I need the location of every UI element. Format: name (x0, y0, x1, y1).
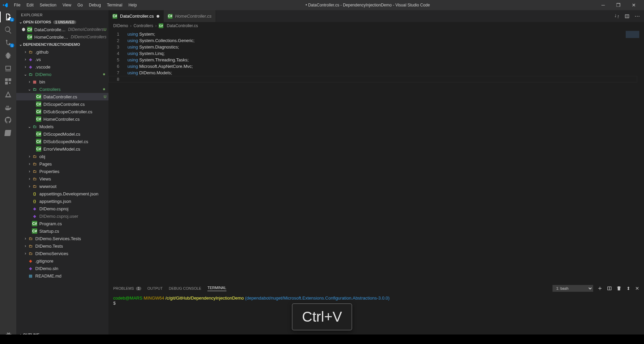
tree-file[interactable]: ▤README.md (16, 272, 108, 280)
activity-powershell[interactable] (0, 129, 16, 137)
tree-folder[interactable]: ›🗀Properties (16, 168, 108, 175)
editor-tab[interactable]: C# DataController.cs (108, 10, 164, 22)
extensions-icon (4, 77, 12, 85)
open-editor-item[interactable]: C# HomeController.cs DIDemo\Controllers (16, 33, 108, 41)
workspace-header[interactable]: ⌄ DEPENDENCYINJECTIONDEMO (16, 41, 108, 47)
panel-tab-problems[interactable]: PROBLEMS 1 (113, 286, 141, 290)
menu-selection[interactable]: Selection (37, 1, 59, 9)
panel-tab-terminal[interactable]: TERMINAL (207, 286, 226, 291)
kill-terminal-icon[interactable] (616, 286, 622, 291)
more-actions-icon[interactable]: ⋯ (635, 13, 640, 19)
csharp-icon: C# (159, 23, 163, 28)
breadcrumbs[interactable]: DIDemo › Controllers › C# DataController… (108, 22, 644, 30)
breadcrumb-item[interactable]: DIDemo (113, 23, 128, 28)
activity-docker[interactable] (0, 103, 16, 111)
tree-label: DISubScopedModel.cs (43, 139, 88, 144)
code-line[interactable]: using System.Linq; (127, 50, 195, 57)
tree-file[interactable]: C#DataController.csU (16, 93, 108, 100)
split-terminal-icon[interactable] (607, 286, 612, 291)
vs-folder-icon: ◆ (28, 64, 33, 70)
tree-file[interactable]: C#Startup.cs (16, 227, 108, 235)
code-line[interactable]: using System.Threading.Tasks; (127, 57, 195, 63)
tree-folder[interactable]: ›🗀DIDemoServices (16, 250, 108, 257)
code-content[interactable]: using System;using System.Collections.Ge… (127, 31, 195, 76)
docker-icon (4, 103, 12, 111)
code-line[interactable]: using Microsoft.AspNetCore.Mvc; (127, 63, 195, 70)
menu-go[interactable]: Go (74, 1, 86, 9)
editor-tab[interactable]: C# HomeController.cs (164, 10, 216, 22)
minimize-button[interactable]: ─ (596, 0, 611, 10)
tree-file[interactable]: C#Program.cs (16, 220, 108, 227)
activity-search[interactable] (0, 26, 16, 34)
tree-folder[interactable]: ›🗀Views (16, 175, 108, 183)
explorer-badge: 1 (10, 18, 14, 22)
csharp-icon: C# (36, 116, 41, 122)
menu-view[interactable]: View (59, 1, 74, 9)
tree-label: DIDemo (35, 72, 52, 77)
activity-azure[interactable] (0, 90, 16, 98)
code-line[interactable]: using System.Diagnostics; (127, 44, 195, 50)
tree-label: .vs (35, 57, 41, 62)
breadcrumb-item[interactable]: Controllers (134, 23, 153, 28)
csharp-icon: C# (113, 14, 117, 19)
breadcrumb-item[interactable]: DataController.cs (167, 23, 198, 28)
close-button[interactable]: ✕ (626, 0, 641, 10)
activity-github[interactable] (0, 116, 16, 124)
terminal-shell-select[interactable]: 1: bash (552, 285, 593, 292)
tree-file[interactable]: ◆DIDemo.csproj.user (16, 212, 108, 220)
csharp-icon: C# (168, 14, 173, 19)
maximize-panel-icon[interactable] (626, 286, 631, 291)
tree-folder[interactable]: ›🗀Pages (16, 160, 108, 168)
tree-file[interactable]: C#DIScopedModel.cs (16, 130, 108, 138)
menu-debug[interactable]: Debug (86, 1, 104, 9)
new-terminal-icon[interactable] (597, 286, 603, 291)
tree-file[interactable]: C#ErrorViewModel.cs (16, 145, 108, 153)
vs-folder-icon: ◆ (28, 57, 33, 62)
compare-changes-icon[interactable] (614, 14, 620, 19)
open-editors-header[interactable]: ⌄ OPEN EDITORS 1 UNSAVED (16, 19, 108, 25)
tree-folder[interactable]: ›▦bin (16, 78, 108, 85)
tree-file[interactable]: ◆DIDemo.csproj (16, 205, 108, 212)
tree-file[interactable]: C#HomeController.cs (16, 115, 108, 123)
activity-debug[interactable] (0, 52, 16, 60)
tree-folder[interactable]: ›🗀obj (16, 153, 108, 160)
tree-file[interactable]: C#DiSubScopeController.cs (16, 108, 108, 115)
activity-remote[interactable] (0, 64, 16, 73)
tree-folder[interactable]: ›◆.vs (16, 56, 108, 63)
activity-explorer[interactable]: 1 (0, 13, 16, 21)
line-number: 3 (108, 44, 119, 50)
code-editor[interactable]: 12345678 using System;using System.Colle… (108, 30, 644, 283)
menu-file[interactable]: File (11, 1, 23, 9)
tree-label: .gitignore (35, 259, 53, 264)
tree-folder[interactable]: ⌄🗀DIDemo (16, 71, 108, 78)
code-line[interactable]: using DIDemo.Models; (127, 70, 195, 76)
tree-file[interactable]: {}appsettings.json (16, 197, 108, 205)
menu-edit[interactable]: Edit (23, 1, 37, 9)
code-line[interactable]: using System; (127, 31, 195, 37)
split-editor-icon[interactable] (624, 14, 630, 19)
panel-tab-output[interactable]: OUTPUT (147, 286, 163, 290)
menu-terminal[interactable]: Terminal (104, 1, 125, 9)
open-editor-item[interactable]: C# DataController.cs DIDemo\Controllers … (16, 26, 108, 33)
maximize-button[interactable]: ❐ (611, 0, 626, 10)
tree-file[interactable]: ◆DIDemo.sln (16, 265, 108, 272)
tree-folder[interactable]: ⌄🗀Controllers (16, 85, 108, 93)
minimap[interactable] (626, 31, 639, 41)
tree-file[interactable]: C#DIScopeController.cs (16, 100, 108, 108)
panel-tab-debug-console[interactable]: DEBUG CONSOLE (169, 286, 201, 290)
activity-extensions[interactable] (0, 77, 16, 85)
code-line[interactable]: using System.Collections.Generic; (127, 37, 195, 44)
close-panel-icon[interactable]: ✕ (635, 286, 639, 291)
tree-folder[interactable]: ⌄🗀Models (16, 123, 108, 130)
tree-folder[interactable]: ›🗀DIDemo.Services.Tests (16, 235, 108, 242)
tree-file[interactable]: {}appsettings.Development.json (16, 190, 108, 197)
tree-file[interactable]: ◆.gitignore (16, 257, 108, 265)
tree-folder[interactable]: ›🗀.github (16, 48, 108, 56)
tree-folder[interactable]: ›◆.vscode (16, 63, 108, 71)
tree-folder[interactable]: ›🗀DIDemo.Tests (16, 242, 108, 250)
activity-scm[interactable]: 1 (0, 39, 16, 47)
tree-folder[interactable]: ›🗀wwwroot (16, 183, 108, 190)
editor-group: C# DataController.cs C# HomeController.c… (108, 10, 644, 344)
tree-file[interactable]: C#DISubScopedModel.cs (16, 138, 108, 145)
menu-help[interactable]: Help (125, 1, 140, 9)
